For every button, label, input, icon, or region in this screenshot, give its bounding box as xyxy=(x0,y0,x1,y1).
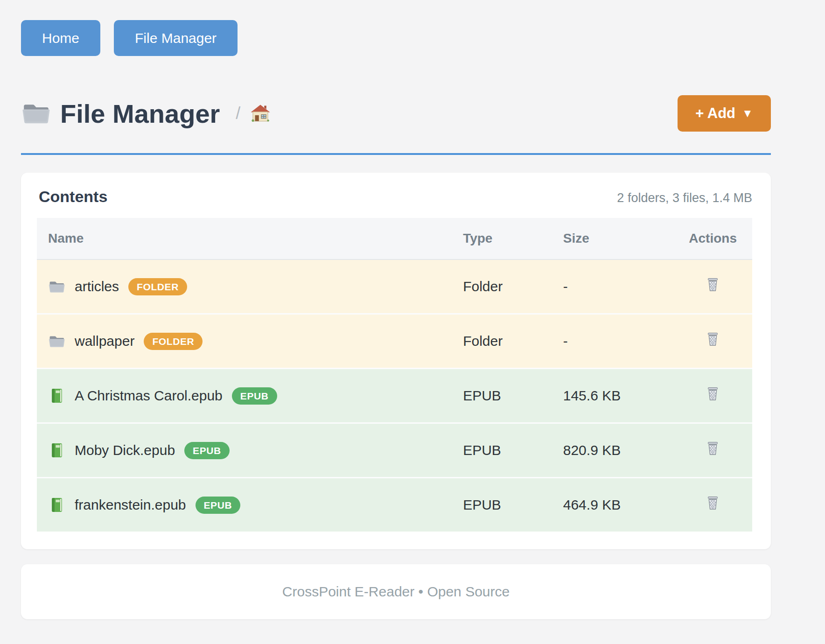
name-cell: A Christmas Carol.epub EPUB xyxy=(37,369,452,423)
actions-cell xyxy=(673,259,752,314)
folder-icon xyxy=(48,333,65,350)
breadcrumb-separator: / xyxy=(236,104,240,123)
file-manager-button[interactable]: File Manager xyxy=(114,20,238,56)
green-book-icon xyxy=(48,387,65,405)
item-name-link[interactable]: A Christmas Carol.epub xyxy=(75,388,223,404)
name-cell: Moby Dick.epub EPUB xyxy=(37,423,452,478)
folder-icon xyxy=(48,278,65,295)
table-row: articles FOLDER Folder - xyxy=(37,259,752,314)
green-book-icon xyxy=(48,442,65,459)
actions-cell xyxy=(673,369,752,423)
table-row: A Christmas Carol.epub EPUB EPUB 145.6 K… xyxy=(37,369,752,423)
delete-button[interactable] xyxy=(704,440,721,459)
add-button[interactable]: + Add ▼ xyxy=(678,95,771,132)
top-nav: Home File Manager xyxy=(21,0,771,56)
type-cell: EPUB xyxy=(452,478,552,532)
trash-icon xyxy=(704,276,721,294)
type-badge: FOLDER xyxy=(144,333,203,350)
delete-button[interactable] xyxy=(704,495,721,513)
item-name-link[interactable]: Moby Dick.epub xyxy=(75,442,175,458)
type-badge: EPUB xyxy=(232,387,277,405)
trash-icon xyxy=(704,440,721,457)
folder-icon xyxy=(21,98,51,128)
table-header-row: Name Type Size Actions xyxy=(37,218,752,259)
contents-heading: Contents xyxy=(39,188,107,206)
size-cell: - xyxy=(552,259,674,314)
type-cell: EPUB xyxy=(452,423,552,478)
item-name-link[interactable]: frankenstein.epub xyxy=(75,497,186,513)
name-cell: wallpaper FOLDER xyxy=(37,314,452,369)
file-table: Name Type Size Actions articles FOLDER F… xyxy=(37,218,752,532)
page: Home File Manager File Manager / + Add ▼… xyxy=(21,0,771,619)
type-cell: Folder xyxy=(452,259,552,314)
contents-card-header: Contents 2 folders, 3 files, 1.4 MB xyxy=(37,188,752,206)
footer-text: CrossPoint E-Reader • Open Source xyxy=(282,584,510,600)
type-badge: FOLDER xyxy=(128,278,187,295)
contents-summary: 2 folders, 3 files, 1.4 MB xyxy=(617,191,752,205)
page-title-text: File Manager xyxy=(60,98,220,129)
name-cell: articles FOLDER xyxy=(37,259,452,314)
add-button-label: + Add xyxy=(695,105,735,122)
home-button[interactable]: Home xyxy=(21,20,100,56)
table-row: Moby Dick.epub EPUB EPUB 820.9 KB xyxy=(37,423,752,478)
trash-icon xyxy=(704,331,721,348)
size-cell: 464.9 KB xyxy=(552,478,674,532)
table-row: wallpaper FOLDER Folder - xyxy=(37,314,752,369)
trash-icon xyxy=(704,495,721,512)
actions-cell xyxy=(673,478,752,532)
column-header-name: Name xyxy=(37,218,452,259)
table-body: articles FOLDER Folder - wallpaper FOLDE… xyxy=(37,259,752,532)
footer-card: CrossPoint E-Reader • Open Source xyxy=(21,564,771,619)
item-name-link[interactable]: wallpaper xyxy=(75,333,134,349)
table-row: frankenstein.epub EPUB EPUB 464.9 KB xyxy=(37,478,752,532)
contents-card: Contents 2 folders, 3 files, 1.4 MB Name… xyxy=(21,173,771,549)
home-icon[interactable] xyxy=(250,103,271,124)
type-badge: EPUB xyxy=(196,497,241,514)
header-divider xyxy=(21,153,771,155)
item-name-link[interactable]: articles xyxy=(75,279,119,294)
caret-down-icon: ▼ xyxy=(742,107,753,120)
green-book-icon xyxy=(48,497,65,514)
size-cell: 820.9 KB xyxy=(552,423,674,478)
type-badge: EPUB xyxy=(184,442,230,459)
actions-cell xyxy=(673,314,752,369)
trash-icon xyxy=(704,385,721,403)
column-header-type: Type xyxy=(452,218,552,259)
delete-button[interactable] xyxy=(704,276,721,295)
type-cell: Folder xyxy=(452,314,552,369)
size-cell: - xyxy=(552,314,674,369)
type-cell: EPUB xyxy=(452,369,552,423)
actions-cell xyxy=(673,423,752,478)
name-cell: frankenstein.epub EPUB xyxy=(37,478,452,532)
page-title: File Manager / xyxy=(21,98,271,129)
delete-button[interactable] xyxy=(704,385,721,404)
size-cell: 145.6 KB xyxy=(552,369,674,423)
page-header: File Manager / + Add ▼ xyxy=(21,95,771,132)
delete-button[interactable] xyxy=(704,331,721,350)
column-header-size: Size xyxy=(552,218,674,259)
column-header-actions: Actions xyxy=(673,218,752,259)
